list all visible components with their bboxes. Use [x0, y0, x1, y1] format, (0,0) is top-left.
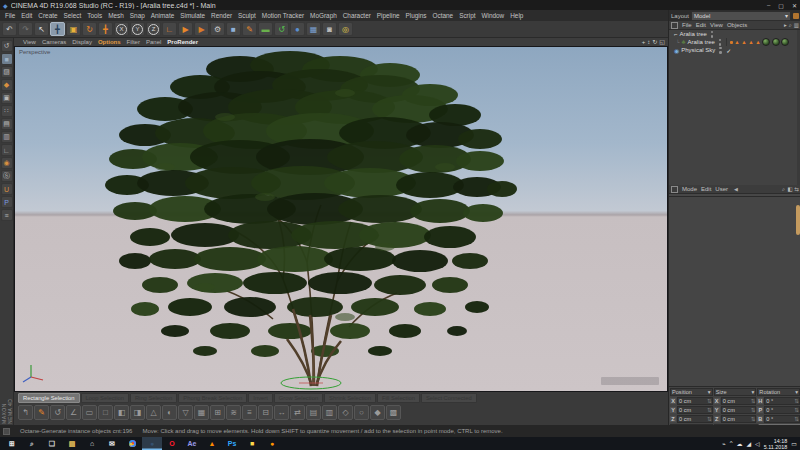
- viewport-solo-button[interactable]: ◉: [1, 157, 13, 169]
- texture-mode-button[interactable]: ▨: [1, 66, 13, 78]
- attributes-lock-icon[interactable]: ◧: [787, 186, 792, 193]
- menu-item[interactable]: Sculpt: [235, 12, 259, 19]
- rotation-header-dropdown[interactable]: Rotation▾: [757, 388, 800, 396]
- position-header-dropdown[interactable]: Position▾: [670, 388, 713, 396]
- snap-button[interactable]: Ⓢ: [1, 170, 13, 182]
- modeling-tool-icon[interactable]: ◐: [162, 405, 177, 420]
- polygons-mode-button[interactable]: ▥: [1, 131, 13, 143]
- layout-dropdown[interactable]: Model ▾: [691, 11, 791, 21]
- menu-item[interactable]: Plugins: [403, 12, 430, 19]
- modeling-tool-icon[interactable]: ⊟: [258, 405, 273, 420]
- firefox-button[interactable]: ●: [262, 437, 282, 450]
- material-tag-icon[interactable]: [781, 38, 789, 46]
- tray-extra-icon[interactable]: ⌁: [722, 440, 726, 447]
- layout-extra-icon[interactable]: [793, 13, 799, 19]
- hidden-icons-button[interactable]: ^: [730, 440, 733, 447]
- modeling-tool-icon[interactable]: ▩: [386, 405, 401, 420]
- modeling-tool-icon[interactable]: ⊞: [210, 405, 225, 420]
- viewport-menu-item[interactable]: View: [20, 39, 39, 45]
- menu-item[interactable]: Animate: [148, 12, 177, 19]
- make-editable-button[interactable]: ↺: [1, 40, 13, 52]
- modeling-tool-icon[interactable]: ↔: [274, 405, 289, 420]
- photoshop-button[interactable]: Ps: [222, 437, 242, 450]
- menu-item[interactable]: Window: [478, 12, 507, 19]
- object-label[interactable]: Aralia tree: [687, 39, 714, 45]
- viewport-menu-item[interactable]: Cameras: [39, 39, 69, 45]
- model-mode-button[interactable]: ■: [1, 53, 13, 65]
- attributes-search-icon[interactable]: ⌕: [782, 186, 785, 193]
- size-x-field[interactable]: 0 cm⇅: [721, 397, 757, 405]
- coordinate-system-toggle[interactable]: ∟: [162, 22, 177, 36]
- menu-item[interactable]: Tools: [84, 12, 105, 19]
- object-axis-mode-button[interactable]: ▣: [1, 92, 13, 104]
- toggle-view-tool[interactable]: ◱: [659, 38, 665, 46]
- modeling-tool-icon[interactable]: □: [98, 405, 113, 420]
- cinema4d-button[interactable]: ●: [142, 437, 162, 450]
- undo-tool[interactable]: ↶: [2, 22, 17, 36]
- viewport-menu-item[interactable]: Panel: [143, 39, 164, 45]
- menu-item[interactable]: Character: [340, 12, 374, 19]
- add-primitive-button[interactable]: ■: [226, 22, 241, 36]
- selection-command-button[interactable]: Fill Selection: [377, 393, 420, 403]
- render-view-button[interactable]: ▶: [178, 22, 193, 36]
- modeling-tool-icon[interactable]: ▥: [322, 405, 337, 420]
- modeling-tool-icon[interactable]: ▭: [82, 405, 97, 420]
- visibility-toggles[interactable]: [711, 31, 714, 38]
- layer-alt-button[interactable]: ≡: [1, 209, 13, 221]
- warning-tag-icon[interactable]: ▲: [734, 38, 739, 46]
- start-button[interactable]: ⊞: [2, 437, 22, 450]
- tag-dot-icon[interactable]: [730, 41, 733, 44]
- objects-menu-item[interactable]: File: [680, 22, 694, 28]
- attributes-side-tab[interactable]: [796, 205, 800, 235]
- menu-item[interactable]: Octane: [430, 12, 457, 19]
- scale-tool[interactable]: ▣: [66, 22, 81, 36]
- move-tool[interactable]: ╋: [50, 22, 65, 36]
- selection-command-button[interactable]: Ring Selection: [130, 393, 177, 403]
- mail-button[interactable]: ✉: [102, 437, 122, 450]
- warning-tag-icon[interactable]: ▲: [748, 38, 753, 46]
- modeling-tool-icon[interactable]: ≡: [242, 405, 257, 420]
- close-button[interactable]: ✕: [792, 2, 797, 9]
- position-x-field[interactable]: 0 cm⇅: [677, 397, 713, 405]
- camera-label[interactable]: Perspective: [19, 49, 50, 55]
- render-settings-button[interactable]: ⚙: [210, 22, 225, 36]
- history-back-icon[interactable]: ◀: [734, 186, 738, 192]
- vlc-button[interactable]: ▲: [202, 437, 222, 450]
- material-tag-icon[interactable]: [772, 38, 780, 46]
- last-used-tool[interactable]: ╋: [98, 22, 113, 36]
- workplane-button[interactable]: ∟: [1, 144, 13, 156]
- objects-search-icon[interactable]: ⌕: [789, 22, 792, 29]
- menu-item[interactable]: Pipeline: [374, 12, 403, 19]
- warning-tag-icon[interactable]: ▲: [741, 38, 746, 46]
- warning-tag-icon[interactable]: ▲: [755, 38, 760, 46]
- rotation-h-field[interactable]: 0 °⇅: [764, 397, 800, 405]
- modeling-tool-icon[interactable]: ↰: [18, 405, 33, 420]
- sticky-notes-button[interactable]: ■: [242, 437, 262, 450]
- selection-command-button[interactable]: Grow Selection: [274, 393, 323, 403]
- modeling-tool-icon[interactable]: ≋: [226, 405, 241, 420]
- onedrive-icon[interactable]: ☁: [736, 440, 742, 447]
- add-floor-button[interactable]: ▬: [258, 22, 273, 36]
- after-effects-button[interactable]: Ae: [182, 437, 202, 450]
- menu-item[interactable]: Snap: [127, 12, 148, 19]
- minimize-button[interactable]: –: [767, 2, 770, 9]
- task-view-button[interactable]: ❏: [42, 437, 62, 450]
- size-z-field[interactable]: 0 cm⇅: [721, 415, 757, 423]
- attributes-menu-item[interactable]: Mode: [680, 186, 699, 192]
- selection-command-button[interactable]: Rectangle Selection: [18, 393, 80, 403]
- object-row-aralia-tree-parent[interactable]: ⌐ Aralia tree: [669, 30, 800, 38]
- modeling-tool-icon[interactable]: ▤: [306, 405, 321, 420]
- magnet-snap-button[interactable]: U: [1, 183, 13, 195]
- volume-icon[interactable]: ◁: [755, 440, 760, 447]
- menu-item[interactable]: Script: [456, 12, 478, 19]
- modeling-tool-icon[interactable]: ∠: [66, 405, 81, 420]
- selection-command-button[interactable]: Shrink Selection: [324, 393, 376, 403]
- modeling-tool-icon[interactable]: △: [146, 405, 161, 420]
- selection-command-button[interactable]: Phong Break Selection: [178, 393, 247, 403]
- selection-command-button[interactable]: Loop Selection: [81, 393, 129, 403]
- add-camera-button[interactable]: ◙: [322, 22, 337, 36]
- menu-item[interactable]: Motion Tracker: [259, 12, 307, 19]
- add-spline-button[interactable]: ✎: [242, 22, 257, 36]
- rotate-tool[interactable]: ↻: [82, 22, 97, 36]
- rotate-view-tool[interactable]: ↻: [652, 38, 657, 46]
